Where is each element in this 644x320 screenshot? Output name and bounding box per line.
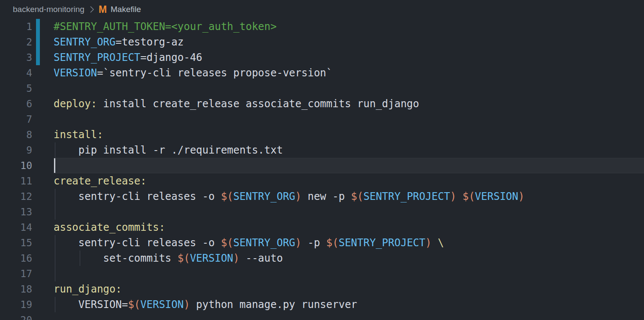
- code-line-2[interactable]: 2SENTRY_ORG=testorg-az: [0, 34, 644, 50]
- code-text: VERSION=`sentry-cli releases propose-ver…: [54, 65, 332, 81]
- code-text: set-commits $(VERSION) --auto: [54, 251, 283, 266]
- line-number[interactable]: 18: [0, 281, 32, 297]
- code-line-9[interactable]: 9 pip install -r ./requirements.txt: [0, 142, 644, 158]
- git-modified-indicator[interactable]: [36, 50, 40, 65]
- line-number[interactable]: 8: [0, 127, 32, 142]
- code-text: sentry-cli releases -o $(SENTRY_ORG) new…: [54, 189, 524, 204]
- line-number[interactable]: 11: [0, 173, 32, 189]
- line-number[interactable]: 5: [0, 81, 32, 96]
- code-line-14[interactable]: 14associate_commits:: [0, 220, 644, 235]
- code-line-16[interactable]: 16 set-commits $(VERSION) --auto: [0, 251, 644, 266]
- code-editor[interactable]: 1#SENTRY_AUTH_TOKEN=<your_auth_token>2SE…: [0, 19, 644, 320]
- breadcrumb-file[interactable]: M Makefile: [99, 4, 141, 15]
- line-number[interactable]: 10: [0, 158, 32, 173]
- code-line-18[interactable]: 18run_django:: [0, 281, 644, 297]
- line-number[interactable]: 2: [0, 34, 32, 50]
- line-number[interactable]: 20: [0, 312, 32, 320]
- code-line-6[interactable]: 6deploy: install create_release associat…: [0, 96, 644, 112]
- code-line-10[interactable]: 10: [0, 158, 644, 173]
- line-number[interactable]: 16: [0, 251, 32, 266]
- line-number[interactable]: 4: [0, 65, 32, 81]
- code-line-7[interactable]: 7: [0, 112, 644, 127]
- code-line-12[interactable]: 12 sentry-cli releases -o $(SENTRY_ORG) …: [0, 189, 644, 204]
- code-text: sentry-cli releases -o $(SENTRY_ORG) -p …: [54, 235, 444, 251]
- line-number[interactable]: 14: [0, 220, 32, 235]
- code-line-4[interactable]: 4VERSION=`sentry-cli releases propose-ve…: [0, 65, 644, 81]
- code-line-1[interactable]: 1#SENTRY_AUTH_TOKEN=<your_auth_token>: [0, 19, 644, 34]
- chevron-right-icon: [90, 6, 94, 13]
- code-text: run_django:: [54, 281, 122, 297]
- code-line-20[interactable]: 20: [0, 312, 644, 320]
- code-text: associate_commits:: [54, 220, 165, 235]
- line-number[interactable]: 9: [0, 142, 32, 158]
- line-number[interactable]: 1: [0, 19, 32, 34]
- code-line-17[interactable]: 17: [0, 266, 644, 281]
- line-number[interactable]: 7: [0, 112, 32, 127]
- current-line-highlight: [54, 158, 644, 173]
- code-line-19[interactable]: 19 VERSION=$(VERSION) python manage.py r…: [0, 297, 644, 312]
- code-text: create_release:: [54, 173, 147, 189]
- code-text: pip install -r ./requirements.txt: [54, 142, 283, 158]
- breadcrumb: backend-monitoring M Makefile: [0, 0, 644, 19]
- code-text: VERSION=$(VERSION) python manage.py runs…: [54, 297, 357, 312]
- breadcrumb-folder[interactable]: backend-monitoring: [13, 5, 84, 14]
- code-line-3[interactable]: 3SENTRY_PROJECT=django-46: [0, 50, 644, 65]
- line-number[interactable]: 13: [0, 204, 32, 220]
- line-number[interactable]: 6: [0, 96, 32, 112]
- code-text: #SENTRY_AUTH_TOKEN=<your_auth_token>: [54, 19, 277, 34]
- code-text: install:: [54, 127, 103, 142]
- git-modified-indicator[interactable]: [36, 19, 40, 34]
- code-text: SENTRY_ORG=testorg-az: [54, 34, 184, 50]
- line-number[interactable]: 17: [0, 266, 32, 281]
- text-cursor: [54, 158, 55, 173]
- makefile-icon: M: [99, 4, 107, 15]
- code-line-11[interactable]: 11create_release:: [0, 173, 644, 189]
- indent-guide: [55, 204, 55, 220]
- code-line-15[interactable]: 15 sentry-cli releases -o $(SENTRY_ORG) …: [0, 235, 644, 251]
- line-number[interactable]: 19: [0, 297, 32, 312]
- line-number[interactable]: 3: [0, 50, 32, 65]
- indent-guide: [55, 266, 55, 281]
- code-line-8[interactable]: 8install:: [0, 127, 644, 142]
- code-line-13[interactable]: 13: [0, 204, 644, 220]
- git-modified-indicator[interactable]: [36, 34, 40, 50]
- code-text: SENTRY_PROJECT=django-46: [54, 50, 202, 65]
- line-number[interactable]: 12: [0, 189, 32, 204]
- code-line-5[interactable]: 5: [0, 81, 644, 96]
- code-text: deploy: install create_release associate…: [54, 96, 419, 112]
- line-number[interactable]: 15: [0, 235, 32, 251]
- breadcrumb-file-label: Makefile: [111, 5, 141, 14]
